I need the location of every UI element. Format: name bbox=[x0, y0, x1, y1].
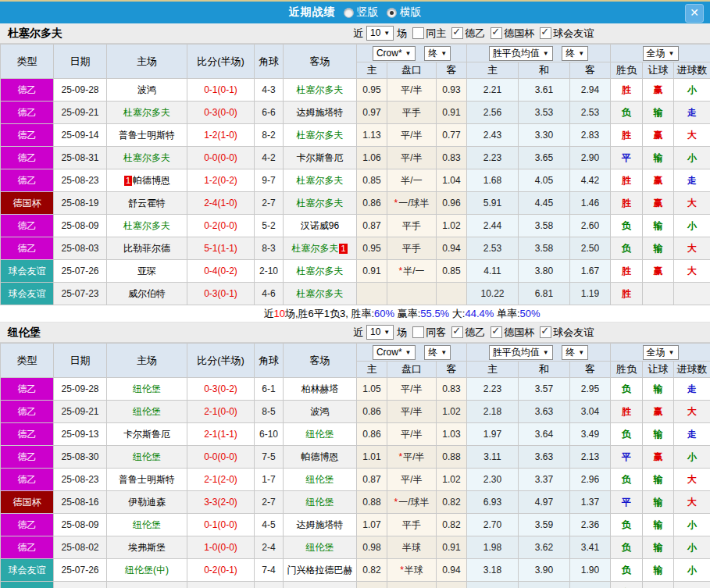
matches-table: 类型 日期 主场 比分(半场) 角球 客场 Crow*▼ 终▼ 胜平负均值▼ 终… bbox=[0, 343, 710, 588]
team-link[interactable]: 卡尔斯鲁厄 bbox=[297, 152, 344, 163]
team-link[interactable]: 帕德博恩 bbox=[301, 451, 339, 462]
team-link[interactable]: 纽伦堡 bbox=[306, 429, 334, 440]
league-checkbox-dfb-pokal[interactable] bbox=[491, 27, 502, 39]
crow-home-odds: 1.13 bbox=[357, 124, 387, 147]
close-button[interactable]: ✕ bbox=[685, 4, 704, 23]
odds-stage-select[interactable]: 终▼ bbox=[424, 345, 451, 360]
goals-result-cell: 大 bbox=[674, 124, 710, 147]
team-link[interactable]: 杜塞尔多夫 bbox=[297, 288, 344, 299]
team-link[interactable]: 杜塞尔多夫 bbox=[297, 265, 344, 276]
team-link[interactable]: 杜塞尔多夫 bbox=[291, 243, 338, 254]
date-cell: 25-09-28 bbox=[54, 79, 107, 102]
league-checkbox-friendly[interactable] bbox=[540, 326, 551, 338]
avg-away-odds: 2.96 bbox=[570, 469, 611, 491]
league-cell: 德乙 bbox=[1, 378, 54, 401]
team-link[interactable]: 比勒菲尔德 bbox=[123, 243, 170, 254]
team-link[interactable]: 杜塞尔多夫 bbox=[297, 130, 344, 141]
bookmaker-select[interactable]: Crow*▼ bbox=[373, 345, 416, 360]
avg-draw-odds: 3.61 bbox=[519, 79, 570, 102]
col-handicap: 盘口 bbox=[387, 362, 437, 378]
team-link[interactable]: 威尔伯特 bbox=[128, 288, 166, 299]
away-team-cell: 门兴格拉德巴赫 bbox=[284, 559, 357, 582]
result-cell: 负 bbox=[611, 559, 643, 582]
team-link[interactable]: 柏林赫塔 bbox=[301, 383, 339, 394]
corner-cell: 2-10 bbox=[255, 260, 284, 283]
team-link[interactable]: 杜塞尔多夫 bbox=[297, 175, 344, 186]
team-link[interactable]: 纽伦堡 bbox=[306, 542, 334, 553]
league-checkbox-friendly[interactable] bbox=[540, 27, 551, 39]
team-link[interactable]: 杜塞尔多夫 bbox=[297, 84, 344, 95]
recent-count-select[interactable]: 10▼ bbox=[366, 26, 394, 41]
team-link[interactable]: 达姆施塔特 bbox=[297, 519, 344, 530]
league-checkbox-dfb-pokal[interactable] bbox=[491, 326, 502, 338]
home-team-cell: 波鸿 bbox=[107, 79, 187, 102]
summary-part: 10 bbox=[273, 305, 284, 322]
favorite-star-icon: * bbox=[398, 451, 402, 462]
team-link[interactable]: 纽伦堡 bbox=[306, 497, 334, 508]
scope-select[interactable]: 全场▼ bbox=[643, 345, 679, 360]
team-link[interactable]: 埃弗斯堡 bbox=[128, 542, 166, 553]
match-row: 德乙25-08-09纽伦堡0-1(0-0)4-5达姆施塔特1.07平手0.822… bbox=[1, 514, 710, 536]
col-avg-away: 客 bbox=[570, 362, 611, 378]
chevron-down-icon: ▼ bbox=[384, 326, 390, 338]
match-row: 德乙25-09-28纽伦堡0-3(0-2)6-1柏林赫塔1.05平/半0.832… bbox=[1, 378, 710, 401]
league-checkbox-bundesliga2[interactable] bbox=[451, 27, 463, 39]
radio-icon[interactable] bbox=[387, 8, 397, 18]
team-link[interactable]: 纽伦堡 bbox=[133, 383, 161, 394]
team-link[interactable]: 帕德博恩 bbox=[133, 175, 170, 186]
team-link[interactable]: 纽伦堡 bbox=[133, 406, 161, 417]
team-link[interactable]: 纽伦堡(中) bbox=[125, 565, 169, 576]
crow-home-odds: 0.87 bbox=[357, 215, 387, 237]
layout-option-vertical[interactable]: 竖版 bbox=[344, 5, 379, 20]
avg-draw-odds: 3.58 bbox=[519, 215, 570, 237]
bookmaker-select[interactable]: Crow*▼ bbox=[373, 46, 416, 61]
away-team-cell: 柏林赫塔 bbox=[284, 378, 357, 401]
avg-stage-select[interactable]: 终▼ bbox=[562, 345, 588, 360]
team-link[interactable]: 杜塞尔多夫 bbox=[123, 152, 170, 163]
team-link[interactable]: 杜塞尔多夫 bbox=[297, 198, 344, 208]
avg-home-odds: 5.91 bbox=[467, 192, 519, 215]
result-cell: 胜 bbox=[611, 124, 643, 147]
crow-away-odds: 0.88 bbox=[437, 446, 467, 469]
league-checkbox-bundesliga2[interactable] bbox=[451, 326, 463, 338]
team-link[interactable]: 波鸿 bbox=[137, 84, 156, 95]
scope-select[interactable]: 全场▼ bbox=[643, 46, 679, 61]
team-link[interactable]: 门兴格拉德巴赫 bbox=[287, 565, 353, 576]
result-cell: 平 bbox=[611, 446, 643, 469]
odds-group-header: Crow*▼ 终▼ bbox=[357, 45, 467, 62]
team-link[interactable]: 纽伦堡 bbox=[133, 451, 161, 462]
team-link[interactable]: 卡尔斯鲁厄 bbox=[123, 429, 170, 440]
corner-cell: 5-2 bbox=[255, 215, 284, 237]
team-link[interactable]: 纽伦堡 bbox=[306, 474, 334, 485]
avg-type-select[interactable]: 胜平负均值▼ bbox=[489, 46, 553, 61]
avg-stage-select[interactable]: 终▼ bbox=[562, 46, 588, 61]
col-score: 比分(半场) bbox=[187, 344, 255, 378]
recent-count-select[interactable]: 10▼ bbox=[366, 325, 394, 340]
team-link[interactable]: 波鸿 bbox=[311, 406, 330, 417]
team-link[interactable]: 杜塞尔多夫 bbox=[123, 220, 170, 231]
handicap-result-cell: 输 bbox=[643, 514, 674, 536]
same-venue-checkbox[interactable] bbox=[412, 27, 424, 39]
radio-icon[interactable] bbox=[344, 8, 354, 18]
avg-group-header: 胜平负均值▼ 终▼ bbox=[467, 344, 611, 362]
team-link[interactable]: 亚琛 bbox=[137, 265, 156, 276]
team-link[interactable]: 舒云霍特 bbox=[128, 198, 166, 208]
team-link[interactable]: 纽伦堡 bbox=[133, 519, 161, 530]
layout-option-horizontal[interactable]: 横版 bbox=[387, 5, 422, 20]
goals-result-cell: 走 bbox=[674, 102, 710, 124]
date-cell: 25-08-23 bbox=[54, 469, 107, 491]
team-link[interactable]: 普鲁士明斯特 bbox=[119, 474, 175, 485]
avg-type-select[interactable]: 胜平负均值▼ bbox=[489, 345, 553, 360]
team-link[interactable]: 杜塞尔多夫 bbox=[123, 107, 170, 118]
date-cell: 25-07-26 bbox=[54, 559, 107, 582]
team-link[interactable]: 汉诺威96 bbox=[301, 220, 339, 231]
result-cell: 负 bbox=[611, 378, 643, 401]
same-venue-checkbox[interactable] bbox=[412, 326, 424, 338]
team-link[interactable]: 达姆施塔特 bbox=[297, 107, 344, 118]
team-link[interactable]: 普鲁士明斯特 bbox=[119, 130, 175, 141]
result-cell: 负 bbox=[611, 469, 643, 491]
away-team-cell: 杜塞尔多夫 bbox=[284, 260, 357, 283]
odds-stage-select[interactable]: 终▼ bbox=[424, 46, 451, 61]
team-link[interactable]: 伊勒迪森 bbox=[128, 497, 166, 508]
crow-home-odds: 0.98 bbox=[357, 536, 387, 559]
